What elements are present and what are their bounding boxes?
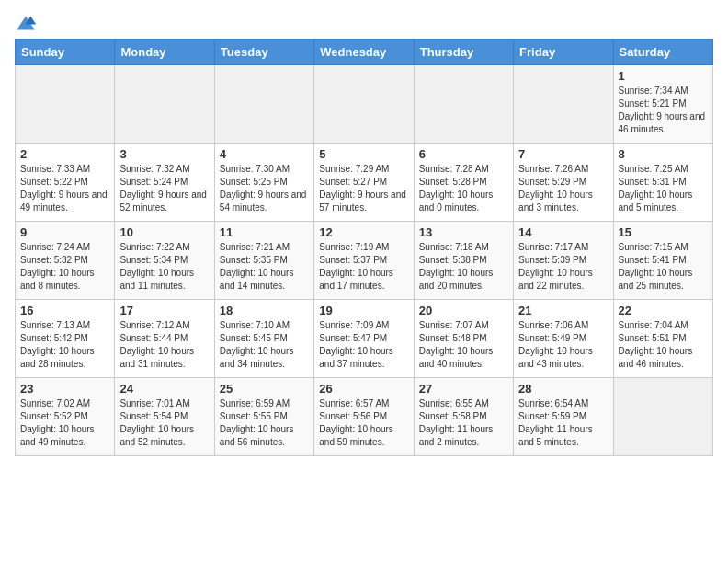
day-info: Sunrise: 7:15 AM Sunset: 5:41 PM Dayligh… bbox=[619, 241, 708, 293]
calendar-cell: 23Sunrise: 7:02 AM Sunset: 5:52 PM Dayli… bbox=[16, 378, 115, 456]
calendar-cell: 26Sunrise: 6:57 AM Sunset: 5:56 PM Dayli… bbox=[314, 378, 414, 456]
calendar-cell: 14Sunrise: 7:17 AM Sunset: 5:39 PM Dayli… bbox=[514, 222, 613, 300]
day-info: Sunrise: 7:30 AM Sunset: 5:25 PM Dayligh… bbox=[220, 163, 309, 214]
day-info: Sunrise: 7:25 AM Sunset: 5:31 PM Dayligh… bbox=[619, 163, 708, 214]
day-number: 5 bbox=[319, 147, 408, 161]
weekday-header-friday: Friday bbox=[514, 40, 613, 65]
day-number: 23 bbox=[20, 382, 109, 396]
day-info: Sunrise: 7:13 AM Sunset: 5:42 PM Dayligh… bbox=[20, 319, 109, 371]
calendar-cell bbox=[613, 378, 712, 456]
logo bbox=[15, 15, 40, 31]
calendar-cell: 25Sunrise: 6:59 AM Sunset: 5:55 PM Dayli… bbox=[214, 378, 313, 456]
day-number: 17 bbox=[119, 304, 209, 317]
calendar-cell: 24Sunrise: 7:01 AM Sunset: 5:54 PM Dayli… bbox=[115, 378, 214, 456]
calendar-cell: 1Sunrise: 7:34 AM Sunset: 5:21 PM Daylig… bbox=[613, 65, 712, 144]
week-row-4: 23Sunrise: 7:02 AM Sunset: 5:52 PM Dayli… bbox=[16, 378, 713, 456]
calendar-cell: 9Sunrise: 7:24 AM Sunset: 5:32 PM Daylig… bbox=[16, 222, 115, 300]
day-number: 9 bbox=[20, 225, 109, 239]
day-number: 24 bbox=[119, 382, 209, 396]
day-info: Sunrise: 7:17 AM Sunset: 5:39 PM Dayligh… bbox=[518, 241, 608, 293]
day-info: Sunrise: 7:22 AM Sunset: 5:34 PM Dayligh… bbox=[119, 241, 209, 293]
calendar-cell: 5Sunrise: 7:29 AM Sunset: 5:27 PM Daylig… bbox=[314, 144, 414, 222]
calendar-cell: 3Sunrise: 7:32 AM Sunset: 5:24 PM Daylig… bbox=[115, 144, 214, 222]
week-row-2: 9Sunrise: 7:24 AM Sunset: 5:32 PM Daylig… bbox=[16, 222, 713, 300]
day-number: 4 bbox=[220, 147, 309, 161]
day-info: Sunrise: 6:54 AM Sunset: 5:59 PM Dayligh… bbox=[518, 397, 608, 449]
day-info: Sunrise: 7:24 AM Sunset: 5:32 PM Dayligh… bbox=[20, 241, 109, 293]
calendar-cell: 2Sunrise: 7:33 AM Sunset: 5:22 PM Daylig… bbox=[16, 144, 115, 222]
day-info: Sunrise: 7:28 AM Sunset: 5:28 PM Dayligh… bbox=[419, 163, 508, 214]
day-info: Sunrise: 6:57 AM Sunset: 5:56 PM Dayligh… bbox=[319, 397, 408, 449]
calendar-cell: 22Sunrise: 7:04 AM Sunset: 5:51 PM Dayli… bbox=[613, 300, 712, 378]
day-number: 20 bbox=[419, 304, 508, 317]
day-number: 11 bbox=[220, 225, 309, 239]
week-row-1: 2Sunrise: 7:33 AM Sunset: 5:22 PM Daylig… bbox=[16, 144, 713, 222]
day-info: Sunrise: 7:21 AM Sunset: 5:35 PM Dayligh… bbox=[220, 241, 309, 293]
day-info: Sunrise: 7:29 AM Sunset: 5:27 PM Dayligh… bbox=[319, 163, 408, 214]
calendar-cell: 12Sunrise: 7:19 AM Sunset: 5:37 PM Dayli… bbox=[314, 222, 414, 300]
day-info: Sunrise: 7:32 AM Sunset: 5:24 PM Dayligh… bbox=[119, 163, 209, 214]
calendar-cell: 8Sunrise: 7:25 AM Sunset: 5:31 PM Daylig… bbox=[613, 144, 712, 222]
weekday-header-sunday: Sunday bbox=[16, 40, 115, 65]
generalblue-icon bbox=[15, 15, 37, 31]
calendar-cell bbox=[414, 65, 513, 144]
day-number: 3 bbox=[119, 147, 209, 161]
day-number: 13 bbox=[419, 225, 508, 239]
day-info: Sunrise: 7:02 AM Sunset: 5:52 PM Dayligh… bbox=[20, 397, 109, 449]
calendar-cell: 20Sunrise: 7:07 AM Sunset: 5:48 PM Dayli… bbox=[414, 300, 513, 378]
calendar-cell: 21Sunrise: 7:06 AM Sunset: 5:49 PM Dayli… bbox=[514, 300, 613, 378]
day-info: Sunrise: 7:09 AM Sunset: 5:47 PM Dayligh… bbox=[319, 319, 408, 371]
calendar-cell: 7Sunrise: 7:26 AM Sunset: 5:29 PM Daylig… bbox=[514, 144, 613, 222]
day-number: 8 bbox=[619, 147, 708, 161]
day-info: Sunrise: 7:12 AM Sunset: 5:44 PM Dayligh… bbox=[119, 319, 209, 371]
day-number: 21 bbox=[518, 304, 608, 317]
weekday-header-thursday: Thursday bbox=[414, 40, 513, 65]
day-number: 15 bbox=[619, 225, 708, 239]
calendar-cell: 4Sunrise: 7:30 AM Sunset: 5:25 PM Daylig… bbox=[214, 144, 313, 222]
day-info: Sunrise: 7:19 AM Sunset: 5:37 PM Dayligh… bbox=[319, 241, 408, 293]
calendar-cell: 11Sunrise: 7:21 AM Sunset: 5:35 PM Dayli… bbox=[214, 222, 313, 300]
day-info: Sunrise: 7:01 AM Sunset: 5:54 PM Dayligh… bbox=[119, 397, 209, 449]
day-number: 10 bbox=[119, 225, 209, 239]
day-number: 25 bbox=[220, 382, 309, 396]
calendar-cell: 15Sunrise: 7:15 AM Sunset: 5:41 PM Dayli… bbox=[613, 222, 712, 300]
day-info: Sunrise: 7:06 AM Sunset: 5:49 PM Dayligh… bbox=[518, 319, 608, 371]
calendar-cell: 16Sunrise: 7:13 AM Sunset: 5:42 PM Dayli… bbox=[16, 300, 115, 378]
calendar-cell bbox=[314, 65, 414, 144]
calendar-cell: 18Sunrise: 7:10 AM Sunset: 5:45 PM Dayli… bbox=[214, 300, 313, 378]
calendar-table: SundayMondayTuesdayWednesdayThursdayFrid… bbox=[15, 39, 713, 456]
day-number: 27 bbox=[419, 382, 508, 396]
day-info: Sunrise: 6:59 AM Sunset: 5:55 PM Dayligh… bbox=[220, 397, 309, 449]
calendar-cell: 28Sunrise: 6:54 AM Sunset: 5:59 PM Dayli… bbox=[514, 378, 613, 456]
weekday-header-monday: Monday bbox=[115, 40, 214, 65]
day-number: 2 bbox=[20, 147, 109, 161]
day-info: Sunrise: 7:07 AM Sunset: 5:48 PM Dayligh… bbox=[419, 319, 508, 371]
day-number: 12 bbox=[319, 225, 408, 239]
day-number: 6 bbox=[419, 147, 508, 161]
day-info: Sunrise: 7:33 AM Sunset: 5:22 PM Dayligh… bbox=[20, 163, 109, 214]
day-number: 16 bbox=[20, 304, 109, 317]
week-row-3: 16Sunrise: 7:13 AM Sunset: 5:42 PM Dayli… bbox=[16, 300, 713, 378]
day-info: Sunrise: 7:26 AM Sunset: 5:29 PM Dayligh… bbox=[518, 163, 608, 214]
calendar-cell bbox=[16, 65, 115, 144]
day-number: 28 bbox=[518, 382, 608, 396]
day-number: 14 bbox=[518, 225, 608, 239]
calendar-cell bbox=[115, 65, 214, 144]
day-number: 26 bbox=[319, 382, 408, 396]
calendar-cell: 27Sunrise: 6:55 AM Sunset: 5:58 PM Dayli… bbox=[414, 378, 513, 456]
day-info: Sunrise: 7:34 AM Sunset: 5:21 PM Dayligh… bbox=[619, 85, 708, 136]
calendar-cell: 17Sunrise: 7:12 AM Sunset: 5:44 PM Dayli… bbox=[115, 300, 214, 378]
weekday-header-tuesday: Tuesday bbox=[214, 40, 313, 65]
day-info: Sunrise: 6:55 AM Sunset: 5:58 PM Dayligh… bbox=[419, 397, 508, 449]
day-info: Sunrise: 7:04 AM Sunset: 5:51 PM Dayligh… bbox=[619, 319, 708, 371]
calendar-cell bbox=[214, 65, 313, 144]
day-number: 7 bbox=[518, 147, 608, 161]
weekday-header-saturday: Saturday bbox=[613, 40, 712, 65]
day-info: Sunrise: 7:10 AM Sunset: 5:45 PM Dayligh… bbox=[220, 319, 309, 371]
day-info: Sunrise: 7:18 AM Sunset: 5:38 PM Dayligh… bbox=[419, 241, 508, 293]
calendar-cell: 6Sunrise: 7:28 AM Sunset: 5:28 PM Daylig… bbox=[414, 144, 513, 222]
weekday-header-wednesday: Wednesday bbox=[314, 40, 414, 65]
day-number: 19 bbox=[319, 304, 408, 317]
weekday-header-row: SundayMondayTuesdayWednesdayThursdayFrid… bbox=[16, 40, 713, 65]
calendar-cell: 13Sunrise: 7:18 AM Sunset: 5:38 PM Dayli… bbox=[414, 222, 513, 300]
